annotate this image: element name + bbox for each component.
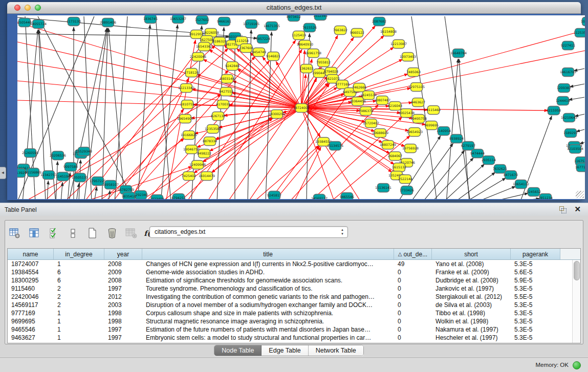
graph-node[interactable]: 16154808 (380, 28, 397, 36)
graph-node[interactable]: 9835410 (122, 192, 136, 200)
graph-node[interactable]: 1615132 (392, 163, 406, 172)
graph-node[interactable]: 10973493 (400, 53, 416, 61)
select-columns-icon[interactable] (47, 227, 60, 240)
graph-node[interactable]: 19654905 (177, 115, 193, 123)
tab-edge-table[interactable]: Edge Table (262, 345, 308, 356)
graph-node[interactable]: 2684067 (388, 152, 402, 161)
graph-node[interactable]: 8794251 (171, 194, 186, 200)
graph-node[interactable]: 8427552 (219, 87, 233, 96)
graph-node[interactable]: 9115460 (426, 106, 441, 115)
graph-node[interactable]: 7857224 (256, 35, 270, 43)
graph-node[interactable]: 1140954 (437, 127, 451, 136)
table-row[interactable]: 1938455462009Genome-wide association stu… (8, 268, 573, 276)
graph-node[interactable]: 1512345 (313, 15, 328, 20)
graph-node[interactable]: 12103504 (567, 145, 583, 154)
graph-node[interactable]: 1145194 (56, 172, 70, 181)
graph-node[interactable]: 7425402 (182, 172, 196, 181)
graph-node[interactable]: 7663822 (333, 26, 347, 35)
graph-node[interactable]: 2087682 (372, 17, 386, 26)
graph-node[interactable]: 1589297 (563, 129, 578, 138)
column-header-year[interactable]: year (104, 249, 142, 259)
graph-node[interactable]: 7615526 (302, 24, 317, 32)
graph-node[interactable]: 7851234 (538, 194, 553, 200)
graph-node[interactable]: 9242848 (225, 62, 239, 71)
row-height-icon[interactable] (67, 227, 80, 240)
graph-node[interactable]: 1527602 (195, 16, 209, 25)
graph-node[interactable]: 1810755 (180, 100, 194, 109)
graph-node[interactable]: 12213343 (178, 84, 194, 93)
graph-node[interactable]: 9245817 (267, 191, 281, 200)
graph-node[interactable]: 1362615 (299, 64, 314, 73)
new-column-icon[interactable] (86, 227, 99, 240)
graph-node[interactable]: 19654923 (406, 128, 423, 137)
graph-node[interactable]: 8878334 (203, 137, 217, 146)
table-row[interactable]: 1456911722003Disruption of a novel membe… (8, 301, 573, 309)
table-row[interactable]: 969969511998Structural magnetic resonanc… (8, 317, 573, 325)
network-canvas[interactable]: 2505440140557241173130208914061836745106… (17, 15, 585, 199)
graph-node[interactable]: 2718126 (184, 69, 199, 77)
graph-node[interactable]: 10025438 (398, 109, 415, 118)
graph-node[interactable]: 14055724 (30, 20, 47, 29)
graph-node[interactable]: 14569117 (311, 194, 328, 200)
graph-node[interactable]: 7485063 (406, 68, 421, 77)
graph-node[interactable]: 15720407 (363, 119, 379, 128)
graph-node[interactable]: 9474444 (470, 149, 485, 158)
graph-node[interactable]: 19166825 (181, 131, 197, 140)
graph-node[interactable]: 18300295 (269, 110, 285, 119)
graph-node[interactable]: 1209387 (557, 84, 571, 93)
delete-icon[interactable] (105, 227, 119, 240)
graph-node[interactable]: 12975105 (408, 83, 425, 92)
graph-node[interactable]: 1836745 (143, 15, 158, 24)
column-header-short[interactable]: short (432, 249, 511, 259)
graph-node[interactable]: 1125419 (292, 31, 306, 40)
graph-node[interactable]: 14616703 (560, 68, 576, 77)
graph-node[interactable]: 8454749 (252, 48, 266, 57)
graph-node[interactable]: 18724007 (293, 104, 310, 113)
graph-node[interactable]: 22420046 (190, 53, 206, 61)
graph-node[interactable]: 8186328 (212, 37, 227, 46)
graph-node[interactable]: 16961758 (305, 49, 321, 58)
graph-node[interactable]: 10653287 (170, 15, 186, 24)
graph-node[interactable]: 10807487 (374, 96, 390, 105)
graph-node[interactable]: 9463627 (411, 98, 425, 107)
graph-node[interactable]: 10688609 (372, 129, 388, 138)
column-header-name[interactable]: name (8, 249, 54, 259)
graph-node[interactable]: 9699695 (424, 121, 439, 130)
graph-node[interactable]: 9227411 (561, 41, 575, 50)
graph-node[interactable]: 9465546 (340, 193, 354, 200)
column-header-out_degree[interactable]: △out_de... (394, 249, 432, 259)
table-row[interactable]: 946554611997Estimation of the future num… (8, 325, 573, 334)
graph-node[interactable]: 16210643 (561, 114, 577, 122)
graph-node[interactable]: 18640910 (297, 40, 313, 49)
scrollbar-thumb[interactable] (574, 261, 580, 280)
table-row[interactable]: 946362711997Embryonic stem cells: a mode… (8, 334, 573, 342)
table-row[interactable]: 977716911998Corpus callosum shape and si… (8, 309, 573, 317)
graph-node[interactable]: 1040429 (581, 17, 585, 26)
graph-node[interactable]: 1677102 (575, 163, 585, 172)
panel-collapse-handle[interactable]: ◄ (0, 167, 6, 179)
table-selector[interactable]: citations_edges.txt ▲▼ (149, 226, 348, 238)
graph-node[interactable]: 1023498 (150, 195, 164, 200)
graph-node[interactable]: 1733426 (400, 186, 414, 195)
vertical-scrollbar[interactable] (572, 260, 580, 343)
graph-node[interactable]: 19495758 (410, 115, 427, 123)
graph-node[interactable]: 8215958 (547, 106, 561, 115)
graph-node[interactable]: 9097588 (63, 163, 78, 171)
graph-node[interactable]: 8938924 (449, 135, 464, 143)
graph-node[interactable]: 11156869 (25, 168, 41, 177)
graph-node[interactable]: 2505440 (17, 18, 32, 27)
graph-node[interactable]: 14671355 (264, 22, 280, 31)
graph-node[interactable]: 9146821 (266, 52, 280, 61)
graph-node[interactable]: 1125350 (574, 29, 585, 37)
graph-node[interactable]: 7986372 (359, 107, 373, 116)
graph-node[interactable]: 1244419 (556, 97, 570, 105)
graph-node[interactable]: 1173130 (67, 17, 81, 26)
column-header-title[interactable]: title (142, 249, 394, 259)
table-row[interactable]: 1830029562008Estimation of significance … (8, 276, 573, 285)
graph-node[interactable]: 16543362 (196, 42, 212, 51)
graph-node[interactable]: 15136141 (375, 184, 391, 192)
graph-node[interactable]: 12353584 (205, 125, 221, 134)
memory-status-indicator[interactable] (573, 361, 581, 369)
graph-node[interactable]: 6216043 (388, 102, 402, 111)
graph-node[interactable]: 8498222 (197, 149, 211, 158)
